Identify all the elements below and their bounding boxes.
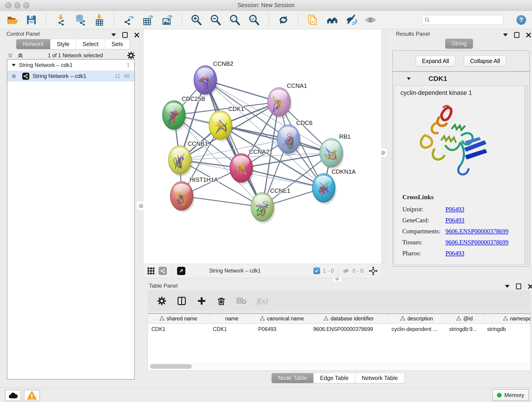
results-scrollbar[interactable] (525, 86, 527, 264)
table-options-gear-icon[interactable] (157, 296, 166, 306)
node-CCNB2[interactable]: CCNB2 (194, 60, 233, 96)
tab-node-table[interactable]: Node Table (272, 373, 314, 383)
right-splitter[interactable] (381, 29, 386, 264)
create-column-icon[interactable] (197, 296, 206, 306)
export-network-icon[interactable] (122, 14, 135, 26)
crosslinks-heading: CrossLinks (402, 193, 508, 201)
collapse-all-icon[interactable] (7, 52, 14, 59)
column-header-shared-name[interactable]: shared name (148, 314, 209, 323)
tab-network[interactable]: Network (16, 39, 51, 49)
scrollbar-thumb[interactable] (150, 364, 192, 369)
crosslink-link[interactable]: P06493 (445, 250, 464, 257)
detach-view-icon[interactable] (177, 267, 185, 275)
import-network-file-icon[interactable] (55, 14, 67, 26)
tab-string[interactable]: String (445, 38, 473, 49)
panel-menu-icon[interactable] (505, 285, 510, 288)
column-header-description[interactable]: description (388, 314, 446, 323)
open-session-icon[interactable] (6, 14, 18, 26)
control-panel-tabs: NetworkStyleSelectSets (16, 39, 130, 49)
network-row[interactable]: String Network – cdk1 11 48 (7, 70, 134, 82)
collection-expander-icon[interactable] (12, 64, 16, 66)
table-header-row: shared namenamecanonical namedatabase id… (148, 314, 530, 324)
column-header-canonical-name[interactable]: canonical name (254, 314, 310, 323)
function-builder-icon: f(x) (257, 297, 268, 305)
zoom-fit-icon[interactable] (229, 14, 241, 26)
network-canvas[interactable]: CCNB2CCNA1CDC25BCDK1CDC6RB1CCNB1CCNA2CDK… (144, 29, 381, 264)
export-image-icon[interactable] (161, 14, 173, 26)
show-columns-icon[interactable] (177, 296, 186, 306)
tab-sets[interactable]: Sets (105, 39, 130, 49)
node-HIST1H1A[interactable]: HIST1H1A (170, 176, 218, 212)
fit-selection-crosshair-icon[interactable] (368, 266, 378, 276)
column-header-database-identifier[interactable]: database identifier (310, 314, 388, 323)
help-button[interactable]: ? (516, 15, 526, 25)
panel-menu-icon[interactable] (503, 33, 508, 36)
import-table-file-icon[interactable] (93, 14, 105, 26)
close-panel-icon[interactable] (528, 284, 532, 289)
selected-checkbox-icon[interactable] (313, 268, 320, 274)
zoom-in-icon[interactable] (190, 14, 203, 26)
tab-network-table[interactable]: Network Table (355, 373, 404, 383)
cloud-button[interactable] (5, 390, 21, 401)
protein-expander-icon[interactable] (407, 77, 411, 80)
node-RB1[interactable]: RB1 (320, 133, 351, 169)
memory-button[interactable]: Memory (492, 389, 529, 401)
network-icon-badge[interactable] (158, 267, 167, 275)
expand-all-button[interactable]: Expand All (416, 56, 455, 66)
protein-name: CDK1 (428, 75, 447, 83)
table-horizontal-scrollbar[interactable] (149, 363, 530, 370)
column-header-namespace[interactable]: namespace (483, 314, 531, 323)
tab-edge-table[interactable]: Edge Table (314, 373, 355, 383)
crosslink-link[interactable]: P06493 (445, 206, 464, 213)
network-collection-row[interactable]: String Network – cdk1 1 (7, 60, 134, 70)
edge-CCNB2-CCNE1[interactable] (205, 80, 262, 207)
close-panel-icon[interactable] (526, 32, 531, 38)
tab-select[interactable]: Select (76, 39, 105, 49)
table-row[interactable]: CDK1CDK1P064939606.ENSP00000378699cyclin… (148, 324, 530, 332)
float-panel-icon[interactable] (122, 32, 128, 38)
control-panel-title: Control Panel (6, 31, 40, 37)
apply-layout-icon[interactable] (277, 14, 290, 26)
collapse-all-button[interactable]: Collapse All (464, 56, 506, 66)
zoom-out-icon[interactable] (209, 14, 222, 26)
warning-button[interactable] (24, 390, 40, 401)
float-panel-icon[interactable] (516, 283, 521, 289)
expand-all-icon[interactable] (17, 52, 24, 59)
warning-icon (27, 391, 37, 400)
crosslink-link[interactable]: 9606.ENSP00000378699 (445, 228, 508, 235)
crosslink-link[interactable]: 9606.ENSP00000378699 (445, 239, 508, 246)
column-header--id[interactable]: @id (446, 314, 483, 323)
node-label: CDC6 (296, 119, 312, 126)
new-network-from-selection-icon[interactable] (307, 14, 319, 26)
export-table-icon[interactable] (142, 14, 154, 26)
column-header-name[interactable]: name (209, 314, 254, 323)
search-input[interactable] (432, 17, 500, 23)
node-CCNA1[interactable]: CCNA1 (268, 82, 307, 119)
crosslink-link[interactable]: P06493 (445, 217, 464, 224)
node-CCNE1[interactable]: CCNE1 (251, 187, 290, 223)
status-bar: Memory (0, 387, 532, 402)
crosslink-label: Pharos: (402, 250, 445, 257)
delete-column-icon[interactable] (217, 296, 226, 306)
import-network-database-icon[interactable] (74, 14, 86, 26)
selected-nodes-edges: 1 - 0 (323, 268, 334, 274)
hide-graphics-details-icon[interactable] (345, 14, 357, 26)
zoom-selected-icon[interactable] (248, 14, 260, 26)
left-splitter[interactable] (139, 29, 144, 264)
panel-menu-icon[interactable] (111, 33, 116, 36)
network-tree: String Network – cdk1 1 String Network –… (7, 59, 135, 380)
network-view[interactable]: CCNB2CCNA1CDC25BCDK1CDC6RB1CCNB1CCNA2CDK… (144, 29, 381, 264)
search-box (422, 15, 503, 25)
birds-eye-view-icon[interactable] (326, 14, 338, 26)
cloud-icon (8, 392, 18, 399)
save-session-icon[interactable] (25, 14, 38, 26)
protein-header[interactable]: CDK1 (393, 72, 529, 85)
node-label: HIST1H1A (190, 176, 218, 183)
node-CDKN1A[interactable]: CDKN1A (312, 168, 356, 204)
float-panel-icon[interactable] (514, 32, 519, 38)
node-CDC25B[interactable]: CDC25B (162, 95, 205, 132)
network-options-gear-icon[interactable] (127, 51, 135, 60)
close-panel-icon[interactable] (134, 32, 139, 38)
grid-view-icon[interactable] (147, 267, 155, 275)
tab-style[interactable]: Style (51, 39, 76, 49)
